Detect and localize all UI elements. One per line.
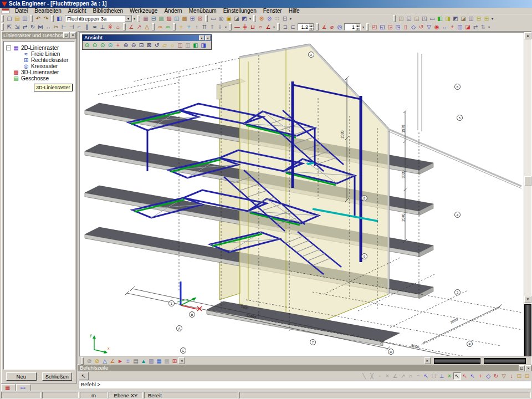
project-combo[interactable]: Fluchttreppen 3a ▾ — [65, 15, 132, 22]
divide-icon[interactable]: ∥ — [83, 23, 91, 30]
cursor-step-icon[interactable]: ◎ — [336, 23, 344, 30]
explode-icon[interactable]: ※ — [106, 23, 114, 30]
command-caption[interactable]: Befehlszeile ⊡ × — [78, 365, 532, 371]
rotate-y-bar[interactable] — [484, 358, 526, 364]
activities-icon[interactable]: ▨ — [165, 15, 173, 22]
grid-snap-icon[interactable]: ∷ — [430, 372, 438, 380]
overflow-icon[interactable]: ▾ — [289, 17, 293, 21]
mark-icon[interactable]: ▽ — [425, 23, 433, 30]
section-y-icon[interactable]: ◨ — [444, 15, 452, 22]
overflow-icon[interactable]: ▾ — [490, 17, 494, 21]
cursor-mode-button[interactable]: ↖ — [79, 372, 89, 380]
supports-icon[interactable]: ◲ — [386, 23, 394, 30]
pin-icon[interactable]: ⊡ — [63, 32, 69, 38]
menu-item[interactable]: Ansicht — [65, 8, 90, 14]
align-top-icon[interactable]: ↑ — [193, 23, 201, 30]
step-spinner[interactable]: 1 ▲▼ — [344, 23, 361, 30]
zoom-out-icon[interactable]: ⊖ — [130, 42, 137, 49]
snap-cross-icon[interactable]: ╳ — [368, 372, 376, 380]
menu-item[interactable]: Ändern — [161, 8, 185, 14]
status-unit[interactable]: m — [80, 392, 108, 398]
close-button[interactable]: Schließen — [42, 372, 73, 381]
ansicht-caption[interactable]: Ansicht ▾ × — [83, 35, 211, 41]
trim-icon[interactable]: ✂ — [52, 23, 60, 30]
dimension-icon[interactable]: △ — [101, 357, 109, 365]
move-element-icon[interactable]: ⇄ — [21, 23, 29, 30]
vertical-scroll-thumb[interactable] — [524, 176, 531, 186]
hinges-icon[interactable]: ◳ — [394, 23, 402, 30]
diameter-icon[interactable]: ⌀ — [328, 23, 336, 30]
menu-item[interactable]: Bibliotheken — [90, 8, 126, 14]
window-copy-icon[interactable]: ⊏ — [289, 23, 297, 30]
document-icon[interactable]: ◪ — [233, 15, 241, 22]
shaded-icon[interactable]: ◱ — [405, 15, 413, 22]
snap-folder-icon[interactable]: ⊡ — [515, 372, 523, 380]
title-bar[interactable]: Scia Engineer - [Fluchttreppen 3a : 1] — [0, 0, 532, 8]
extend-icon[interactable]: ⊢ — [60, 23, 68, 30]
hyperlink-icon[interactable]: ⊛ — [258, 15, 265, 22]
drawings-icon[interactable]: ⊠ — [196, 15, 204, 22]
ansicht-toolbar[interactable]: Ansicht ▾ × ⊙⊙⊙⊙+⊕⊖⊡⊠↺▱☼◫◫◧◨ — [82, 34, 212, 50]
document-icon[interactable] — [2, 8, 9, 13]
pin-icon[interactable]: ⊡ — [519, 365, 525, 371]
rotate-icon[interactable]: ↻ — [29, 23, 37, 30]
tree-item[interactable]: ▩ 3D-Linienraster — [4, 69, 74, 75]
view-free-icon[interactable]: ⊙ — [106, 42, 114, 49]
snap-tangent-icon[interactable]: ▽ — [500, 372, 508, 380]
tree-item[interactable]: − ▦ 2D-Linienraster — [4, 45, 74, 51]
clip-box-icon[interactable]: ▱ — [161, 42, 168, 49]
endpoints-icon[interactable]: ∞ — [156, 23, 164, 30]
view-lock-x-icon[interactable]: ⊙ — [83, 42, 91, 49]
grid-red-icon[interactable]: ⊞ — [171, 357, 178, 365]
work-plane-icon[interactable]: △ — [143, 23, 151, 30]
ansicht-menu-icon[interactable]: ▾ — [199, 35, 204, 40]
mesh-icon[interactable]: ∷ — [273, 15, 281, 22]
view-restore-icon[interactable]: ⊞ — [483, 15, 490, 22]
menu-item[interactable]: Werkzeuge — [126, 8, 161, 14]
new-button[interactable]: Neu — [6, 372, 37, 381]
view-save-2-icon[interactable]: ◫ — [184, 42, 192, 49]
link-gray-icon[interactable]: ⊘ — [85, 357, 93, 365]
scroll-left-icon[interactable]: ► — [424, 357, 431, 364]
ansicht-close-icon[interactable]: × — [205, 35, 211, 40]
perpendicular-snap-icon[interactable]: ⊥ — [438, 372, 446, 380]
snap-midpoint-icon[interactable]: ↖ — [469, 372, 477, 380]
rendered-icon[interactable]: ◲ — [413, 15, 421, 22]
zoom-previous-icon[interactable]: ↺ — [153, 42, 161, 49]
fillet-icon[interactable]: ⌐ — [75, 23, 83, 30]
rotate-axis-icon[interactable]: + — [114, 42, 122, 49]
link-active-icon[interactable]: ⊘ — [93, 357, 101, 365]
view-settings-icon[interactable]: ◨ — [200, 42, 207, 49]
lower-icon[interactable]: ⇓ — [216, 23, 224, 30]
snap-free-icon[interactable]: ~ — [415, 372, 422, 380]
update-icon[interactable]: ⇅ — [479, 23, 487, 30]
view-front-icon[interactable]: ▭ — [428, 15, 436, 22]
overflow-icon[interactable]: ▾ — [272, 25, 276, 29]
labels-icon[interactable]: ◇ — [410, 23, 417, 30]
tree-item[interactable]: ▤ Geschosse — [4, 75, 74, 81]
model-canvas[interactable]: y x Ansicht ▾ × ⊙⊙⊙⊙+⊕⊖⊡⊠↺▱☼◫◫◧◨ 2 6 5 4 — [79, 32, 524, 356]
select-cursor-icon[interactable]: ↖ — [453, 372, 461, 380]
angle-tool-icon[interactable]: ∠ — [264, 23, 272, 30]
grid-blue-icon[interactable]: ▦ — [155, 357, 163, 365]
collapse-toolbar-icon[interactable]: ◄ — [178, 357, 185, 364]
menu-item[interactable]: Datei — [12, 8, 31, 14]
midpoints-icon[interactable]: ∞ — [164, 23, 172, 30]
tree-item[interactable]: ≈ Freie Linien — [4, 51, 74, 57]
close-icon[interactable]: × — [70, 32, 76, 38]
tree-item[interactable]: ⊞ Rechteckraster — [4, 57, 74, 63]
libraries-icon[interactable]: ⊟ — [150, 15, 157, 22]
doc-view-icon[interactable]: ▥ — [147, 357, 155, 365]
new-file-icon[interactable]: ▢ — [6, 15, 13, 22]
angle-snap-icon[interactable]: ∡ — [320, 23, 328, 30]
layers-icon[interactable]: ◪ — [464, 23, 472, 30]
save-icon[interactable]: ◫ — [21, 15, 29, 22]
views-icon[interactable]: ◫ — [456, 23, 464, 30]
view-lock-z-icon[interactable]: ⊙ — [99, 42, 106, 49]
documents-icon[interactable]: ⊞ — [188, 15, 196, 22]
project-info-icon[interactable]: ⊡ — [281, 15, 289, 22]
render-view-icon[interactable]: ▲ — [140, 357, 147, 365]
overflow-icon[interactable]: ▾ — [224, 25, 228, 29]
snap-angle-icon[interactable]: ∠ — [391, 372, 399, 380]
scroll-up-icon[interactable]: ▲ — [524, 32, 531, 39]
